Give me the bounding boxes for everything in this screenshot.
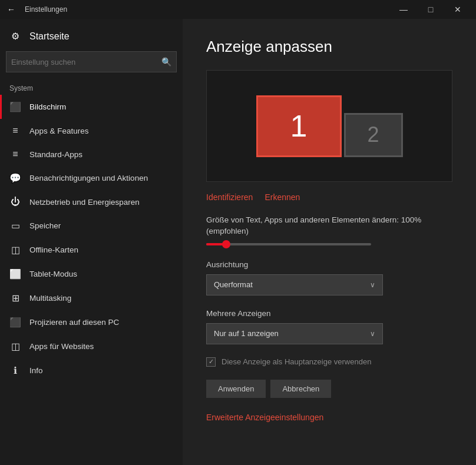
apps-websites-icon: ◫ <box>9 341 21 352</box>
titlebar-left: ← Einstellungen <box>5 4 67 15</box>
cancel-button[interactable]: Abbrechen <box>270 380 331 398</box>
sidebar-item-standard-apps[interactable]: ≡ Standard-Apps <box>0 142 183 166</box>
main-display-checkbox[interactable]: ✓ <box>206 357 216 367</box>
orientation-label: Ausrichtung <box>206 260 452 271</box>
sidebar-search[interactable]: 🔍 <box>6 51 177 72</box>
chevron-down-icon: ∨ <box>370 281 375 289</box>
sidebar-item-projizieren[interactable]: ⬛ Projizieren auf diesen PC <box>0 310 183 334</box>
search-input[interactable] <box>11 58 161 67</box>
slider-thumb[interactable] <box>222 240 230 248</box>
main-display-checkbox-row: ✓ Diese Anzeige als Hauptanzeige verwend… <box>206 357 452 367</box>
sidebar-item-label: Netzbetrieb und Energiesparen <box>29 198 140 207</box>
titlebar-title: Einstellungen <box>25 5 67 14</box>
sidebar-item-tablet-modus[interactable]: ⬜ Tablet-Modus <box>0 262 183 286</box>
monitor-container: 1 2 <box>256 95 403 157</box>
sidebar-item-label: Info <box>29 366 43 375</box>
home-icon: ⚙ <box>9 31 21 42</box>
sidebar-item-label: Standard-Apps <box>29 150 82 159</box>
bildschirm-icon: ⬛ <box>9 101 21 112</box>
back-button[interactable]: ← <box>5 4 18 15</box>
detect-link[interactable]: Erkennen <box>265 192 300 202</box>
multiple-displays-section: Mehrere Anzeigen Nur auf 1 anzeigen ∨ <box>206 308 452 344</box>
app-container: ⚙ Startseite 🔍 System ⬛ Bildschirm ≡ App… <box>0 19 476 465</box>
identify-link[interactable]: Identifizieren <box>206 192 253 202</box>
sidebar-item-bildschirm[interactable]: ⬛ Bildschirm <box>0 95 183 119</box>
sidebar-item-apps-features[interactable]: ≡ Apps & Features <box>0 119 183 142</box>
offline-karten-icon: ◫ <box>9 244 21 255</box>
titlebar-controls: — □ ✕ <box>390 0 471 19</box>
sidebar-home[interactable]: ⚙ Startseite <box>0 24 183 49</box>
main-content: Anzeige anpassen 1 2 Identifizieren Erke… <box>183 19 476 465</box>
multitasking-icon: ⊞ <box>9 293 21 304</box>
monitor-primary-number: 1 <box>290 108 308 144</box>
sidebar-item-label: Offline-Karten <box>29 245 78 254</box>
speicher-icon: ▭ <box>9 220 21 231</box>
sidebar-item-label: Tablet-Modus <box>29 270 77 278</box>
projizieren-icon: ⬛ <box>9 317 21 328</box>
button-row: Anwenden Abbrechen <box>206 380 452 398</box>
apply-button[interactable]: Anwenden <box>206 380 266 398</box>
sidebar-home-label: Startseite <box>29 31 70 42</box>
advanced-settings-link[interactable]: Erweiterte Anzeigeeinstellungen <box>206 413 323 422</box>
sidebar-item-label: Apps & Features <box>29 127 89 135</box>
page-title: Anzeige anpassen <box>206 38 452 56</box>
sidebar-item-netzbetrieb[interactable]: ⏻ Netzbetrieb und Energiesparen <box>0 190 183 214</box>
sidebar-section-label: System <box>0 79 183 95</box>
monitor-secondary[interactable]: 2 <box>344 113 403 157</box>
info-icon: ℹ <box>9 365 21 376</box>
sidebar-item-info[interactable]: ℹ Info <box>0 358 183 383</box>
standard-apps-icon: ≡ <box>9 149 21 160</box>
minimize-button[interactable]: — <box>390 0 417 19</box>
close-button[interactable]: ✕ <box>444 0 471 19</box>
sidebar-item-label: Projizieren auf diesen PC <box>29 318 119 327</box>
sidebar-item-speicher[interactable]: ▭ Speicher <box>0 214 183 238</box>
display-preview: 1 2 <box>206 70 452 182</box>
sidebar-item-label: Benachrichtigungen und Aktionen <box>29 174 148 182</box>
titlebar: ← Einstellungen — □ ✕ <box>0 0 476 19</box>
multiple-displays-label: Mehrere Anzeigen <box>206 308 452 320</box>
checkbox-label: Diese Anzeige als Hauptanzeige verwenden <box>222 357 371 366</box>
scale-section: Größe von Text, Apps und anderen Element… <box>206 215 452 245</box>
maximize-button[interactable]: □ <box>417 0 444 19</box>
search-icon: 🔍 <box>161 57 171 67</box>
multiple-displays-value: Nur auf 1 anzeigen <box>214 329 279 338</box>
orientation-dropdown[interactable]: Querformat ∨ <box>206 274 383 295</box>
netzbetrieb-icon: ⏻ <box>9 197 21 207</box>
scale-label: Größe von Text, Apps und anderen Element… <box>206 215 452 237</box>
sidebar-item-label: Speicher <box>29 221 61 230</box>
benachrichtigungen-icon: 💬 <box>9 172 21 184</box>
chevron-down-icon: ∨ <box>370 330 375 338</box>
orientation-section: Ausrichtung Querformat ∨ <box>206 260 452 295</box>
monitor-primary[interactable]: 1 <box>256 95 342 157</box>
sidebar-item-label: Apps für Websites <box>29 342 94 351</box>
monitor-secondary-number: 2 <box>367 122 379 147</box>
orientation-value: Querformat <box>214 280 253 289</box>
scale-slider[interactable] <box>206 243 371 245</box>
display-links: Identifizieren Erkennen <box>206 192 452 202</box>
tablet-modus-icon: ⬜ <box>9 268 21 280</box>
sidebar-item-apps-websites[interactable]: ◫ Apps für Websites <box>0 334 183 358</box>
checkmark-icon: ✓ <box>209 358 214 366</box>
sidebar-item-label: Multitasking <box>29 294 71 303</box>
sidebar-item-label: Bildschirm <box>29 102 66 111</box>
sidebar: ⚙ Startseite 🔍 System ⬛ Bildschirm ≡ App… <box>0 19 183 465</box>
sidebar-item-multitasking[interactable]: ⊞ Multitasking <box>0 286 183 310</box>
sidebar-item-benachrichtigungen[interactable]: 💬 Benachrichtigungen und Aktionen <box>0 166 183 190</box>
apps-features-icon: ≡ <box>9 125 21 136</box>
sidebar-item-offline-karten[interactable]: ◫ Offline-Karten <box>0 238 183 262</box>
multiple-displays-dropdown[interactable]: Nur auf 1 anzeigen ∨ <box>206 323 383 344</box>
